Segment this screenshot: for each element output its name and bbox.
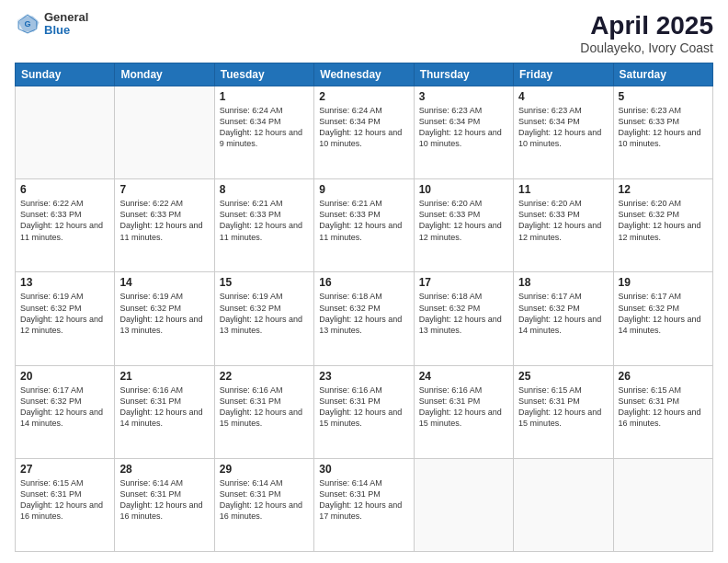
logo-general: General (44, 11, 88, 24)
title-block: April 2025 Doulayeko, Ivory Coast (580, 11, 713, 55)
day-number: 4 (518, 90, 608, 103)
day-info: Sunrise: 6:20 AM Sunset: 6:33 PM Dayligh… (419, 198, 508, 243)
day-info: Sunrise: 6:20 AM Sunset: 6:33 PM Dayligh… (518, 198, 608, 243)
day-number: 12 (619, 183, 708, 196)
day-info: Sunrise: 6:22 AM Sunset: 6:33 PM Dayligh… (119, 198, 209, 243)
day-info: Sunrise: 6:23 AM Sunset: 6:34 PM Dayligh… (419, 105, 508, 150)
calendar-week-5: 27Sunrise: 6:15 AM Sunset: 6:31 PM Dayli… (16, 458, 713, 551)
day-number: 10 (419, 183, 508, 196)
day-info: Sunrise: 6:16 AM Sunset: 6:31 PM Dayligh… (319, 385, 408, 430)
day-number: 30 (319, 463, 408, 476)
day-number: 15 (220, 276, 309, 289)
main-title: April 2025 (580, 11, 713, 40)
day-info: Sunrise: 6:15 AM Sunset: 6:31 PM Dayligh… (518, 385, 608, 430)
day-number: 13 (20, 276, 109, 289)
calendar-cell: 24Sunrise: 6:16 AM Sunset: 6:31 PM Dayli… (414, 365, 513, 458)
calendar-cell: 28Sunrise: 6:14 AM Sunset: 6:31 PM Dayli… (115, 458, 214, 551)
calendar-cell (613, 458, 712, 551)
logo-blue: Blue (44, 24, 88, 37)
calendar-week-2: 6Sunrise: 6:22 AM Sunset: 6:33 PM Daylig… (16, 179, 713, 272)
day-info: Sunrise: 6:24 AM Sunset: 6:34 PM Dayligh… (220, 105, 309, 150)
calendar-cell: 7Sunrise: 6:22 AM Sunset: 6:33 PM Daylig… (115, 179, 214, 272)
day-info: Sunrise: 6:19 AM Sunset: 6:32 PM Dayligh… (20, 291, 109, 336)
day-number: 1 (220, 90, 309, 103)
calendar-cell: 20Sunrise: 6:17 AM Sunset: 6:32 PM Dayli… (16, 365, 115, 458)
day-number: 6 (20, 183, 109, 196)
calendar-cell (16, 86, 115, 179)
header: G General Blue April 2025 Doulayeko, Ivo… (15, 11, 713, 55)
day-number: 21 (119, 370, 209, 383)
day-number: 22 (220, 370, 309, 383)
calendar-cell: 1Sunrise: 6:24 AM Sunset: 6:34 PM Daylig… (214, 86, 313, 179)
calendar-cell: 26Sunrise: 6:15 AM Sunset: 6:31 PM Dayli… (613, 365, 712, 458)
calendar-cell: 14Sunrise: 6:19 AM Sunset: 6:32 PM Dayli… (115, 272, 214, 365)
calendar-cell: 4Sunrise: 6:23 AM Sunset: 6:34 PM Daylig… (514, 86, 613, 179)
day-number: 27 (20, 463, 109, 476)
day-number: 8 (220, 183, 309, 196)
logo-icon: G (15, 11, 40, 37)
day-info: Sunrise: 6:19 AM Sunset: 6:32 PM Dayligh… (220, 291, 309, 336)
day-number: 23 (319, 370, 408, 383)
day-info: Sunrise: 6:14 AM Sunset: 6:31 PM Dayligh… (319, 477, 408, 523)
logo: G General Blue (15, 11, 88, 38)
subtitle: Doulayeko, Ivory Coast (580, 40, 713, 55)
calendar-cell: 5Sunrise: 6:23 AM Sunset: 6:33 PM Daylig… (613, 86, 712, 179)
day-info: Sunrise: 6:23 AM Sunset: 6:34 PM Dayligh… (518, 105, 608, 150)
calendar-cell: 16Sunrise: 6:18 AM Sunset: 6:32 PM Dayli… (314, 272, 414, 365)
day-number: 11 (518, 183, 608, 196)
day-info: Sunrise: 6:14 AM Sunset: 6:31 PM Dayligh… (119, 477, 209, 523)
day-number: 7 (119, 183, 209, 196)
logo-text: General Blue (44, 11, 88, 38)
calendar-cell: 18Sunrise: 6:17 AM Sunset: 6:32 PM Dayli… (514, 272, 613, 365)
day-info: Sunrise: 6:20 AM Sunset: 6:32 PM Dayligh… (619, 198, 708, 243)
day-info: Sunrise: 6:17 AM Sunset: 6:32 PM Dayligh… (20, 385, 109, 430)
calendar-cell: 6Sunrise: 6:22 AM Sunset: 6:33 PM Daylig… (16, 179, 115, 272)
day-number: 26 (619, 370, 708, 383)
day-number: 20 (20, 370, 109, 383)
page: G General Blue April 2025 Doulayeko, Ivo… (0, 0, 728, 563)
calendar-cell: 10Sunrise: 6:20 AM Sunset: 6:33 PM Dayli… (414, 179, 513, 272)
day-number: 24 (419, 370, 508, 383)
day-info: Sunrise: 6:17 AM Sunset: 6:32 PM Dayligh… (619, 291, 708, 336)
calendar-table: Sunday Monday Tuesday Wednesday Thursday… (15, 63, 713, 552)
day-info: Sunrise: 6:18 AM Sunset: 6:32 PM Dayligh… (319, 291, 408, 336)
calendar-cell (115, 86, 214, 179)
calendar-cell: 30Sunrise: 6:14 AM Sunset: 6:31 PM Dayli… (314, 458, 414, 551)
day-info: Sunrise: 6:14 AM Sunset: 6:31 PM Dayligh… (220, 477, 309, 523)
calendar-cell: 2Sunrise: 6:24 AM Sunset: 6:34 PM Daylig… (314, 86, 414, 179)
day-info: Sunrise: 6:22 AM Sunset: 6:33 PM Dayligh… (20, 198, 109, 243)
calendar-cell: 9Sunrise: 6:21 AM Sunset: 6:33 PM Daylig… (314, 179, 414, 272)
calendar-cell: 19Sunrise: 6:17 AM Sunset: 6:32 PM Dayli… (613, 272, 712, 365)
day-info: Sunrise: 6:17 AM Sunset: 6:32 PM Dayligh… (518, 291, 608, 336)
calendar-cell: 3Sunrise: 6:23 AM Sunset: 6:34 PM Daylig… (414, 86, 513, 179)
calendar-cell: 21Sunrise: 6:16 AM Sunset: 6:31 PM Dayli… (115, 365, 214, 458)
col-friday: Friday (514, 63, 613, 86)
col-monday: Monday (115, 63, 214, 86)
day-info: Sunrise: 6:16 AM Sunset: 6:31 PM Dayligh… (419, 385, 508, 430)
day-number: 29 (220, 463, 309, 476)
day-number: 14 (119, 276, 209, 289)
svg-text:G: G (24, 19, 30, 29)
day-number: 19 (619, 276, 708, 289)
col-wednesday: Wednesday (314, 63, 414, 86)
calendar-week-3: 13Sunrise: 6:19 AM Sunset: 6:32 PM Dayli… (16, 272, 713, 365)
day-number: 16 (319, 276, 408, 289)
day-info: Sunrise: 6:21 AM Sunset: 6:33 PM Dayligh… (319, 198, 408, 243)
calendar-cell: 27Sunrise: 6:15 AM Sunset: 6:31 PM Dayli… (16, 458, 115, 551)
calendar-cell: 25Sunrise: 6:15 AM Sunset: 6:31 PM Dayli… (514, 365, 613, 458)
calendar-week-4: 20Sunrise: 6:17 AM Sunset: 6:32 PM Dayli… (16, 365, 713, 458)
day-info: Sunrise: 6:23 AM Sunset: 6:33 PM Dayligh… (619, 105, 708, 150)
calendar-header: Sunday Monday Tuesday Wednesday Thursday… (16, 63, 713, 86)
day-info: Sunrise: 6:15 AM Sunset: 6:31 PM Dayligh… (619, 385, 708, 430)
day-number: 25 (518, 370, 608, 383)
calendar-body: 1Sunrise: 6:24 AM Sunset: 6:34 PM Daylig… (16, 86, 713, 552)
day-info: Sunrise: 6:15 AM Sunset: 6:31 PM Dayligh… (20, 477, 109, 523)
day-number: 3 (419, 90, 508, 103)
calendar-cell: 23Sunrise: 6:16 AM Sunset: 6:31 PM Dayli… (314, 365, 414, 458)
day-number: 2 (319, 90, 408, 103)
day-number: 28 (119, 463, 209, 476)
day-info: Sunrise: 6:19 AM Sunset: 6:32 PM Dayligh… (119, 291, 209, 336)
calendar-cell (514, 458, 613, 551)
calendar-cell: 29Sunrise: 6:14 AM Sunset: 6:31 PM Dayli… (214, 458, 313, 551)
day-number: 18 (518, 276, 608, 289)
